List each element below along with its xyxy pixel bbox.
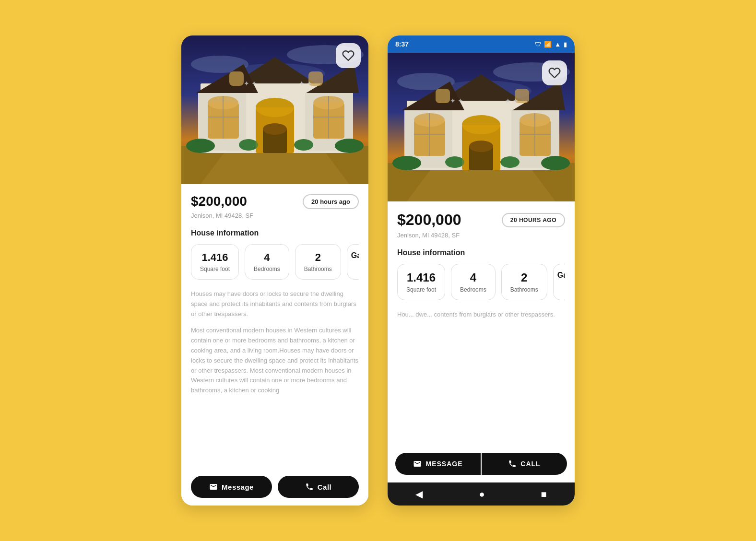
bedrooms-value: 4 <box>264 251 270 264</box>
sqft-value: 1.416 <box>201 251 228 264</box>
battery-icon: ▮ <box>564 41 567 48</box>
message-label-right: MESSAGE <box>425 460 462 468</box>
address-right: Jenison, MI 49428, SF <box>397 232 565 239</box>
garage-card-partial: Ga <box>347 244 359 280</box>
price-row: $200,000 20 hours ago <box>191 194 359 209</box>
garage-partial-text: Ga <box>351 251 359 260</box>
status-time: 8:37 <box>395 40 409 48</box>
svg-rect-35 <box>313 103 344 139</box>
svg-rect-71 <box>414 120 445 156</box>
property-content-right: $200,000 20 HOURS AGO Jenison, MI 49428,… <box>388 201 575 482</box>
info-cards-left: 1.416 Square foot 4 Bedrooms 2 Bathrooms… <box>191 244 359 280</box>
back-nav-icon[interactable]: ◀ <box>415 488 423 500</box>
status-bar: 8:37 🛡 📶 ▲ ▮ <box>388 35 575 53</box>
call-label-right: CALL <box>520 460 540 468</box>
svg-rect-34 <box>208 103 239 139</box>
svg-point-31 <box>335 139 364 153</box>
time-badge-right: 20 HOURS AGO <box>502 213 565 227</box>
status-icons: 🛡 📶 ▲ ▮ <box>535 41 567 48</box>
bedrooms-card: 4 Bedrooms <box>245 244 289 280</box>
property-content-left: $200,000 20 hours ago Jenison, MI 49428,… <box>181 184 368 506</box>
svg-text:✦ ✦: ✦ ✦ <box>299 80 312 87</box>
bathrooms-label: Bathrooms <box>304 266 332 272</box>
time-badge-left: 20 hours ago <box>303 194 359 209</box>
house-image-left: ✦ ✦ ✦ ✦ <box>181 35 368 184</box>
message-icon-right <box>413 459 422 468</box>
bathrooms-value-right: 2 <box>521 271 527 284</box>
svg-point-30 <box>186 139 215 153</box>
svg-text:✦ ✦: ✦ ✦ <box>244 80 257 87</box>
svg-rect-26 <box>229 71 244 86</box>
svg-rect-72 <box>520 120 551 156</box>
right-phone: 8:37 🛡 📶 ▲ ▮ <box>388 35 575 506</box>
call-button-left[interactable]: Call <box>278 476 359 498</box>
message-button-right[interactable]: MESSAGE <box>395 453 481 475</box>
svg-point-69 <box>445 156 464 168</box>
call-icon-right <box>508 459 517 468</box>
svg-point-68 <box>541 156 570 170</box>
svg-point-33 <box>294 139 313 151</box>
sim-icon: 📶 <box>544 41 552 48</box>
bedrooms-label: Bedrooms <box>254 266 280 272</box>
svg-rect-73 <box>462 125 500 170</box>
description-right: Hou... dwe... contents from burglars or … <box>397 310 565 320</box>
price-row-right: $200,000 20 HOURS AGO <box>397 211 565 229</box>
favorite-button[interactable] <box>336 43 361 68</box>
info-cards-right: 1.416 Square foot 4 Bedrooms 2 Bathrooms… <box>397 264 565 300</box>
house-image-right: ✦ ✦ ✦ ✦ <box>388 53 575 201</box>
svg-point-67 <box>392 156 421 170</box>
message-label-left: Message <box>222 483 254 491</box>
description-1-left: Houses may have doors or locks to secure… <box>191 289 359 319</box>
svg-text:✦ ✦: ✦ ✦ <box>450 97 463 105</box>
sqft-label-right: Square foot <box>406 286 436 293</box>
favorite-button-right[interactable] <box>542 60 567 85</box>
section-title-right: House information <box>397 248 565 257</box>
address-left: Jenison, MI 49428, SF <box>191 212 359 219</box>
svg-rect-63 <box>436 89 450 103</box>
wifi-icon: ▲ <box>555 41 561 48</box>
garage-partial-text-right: Ga <box>557 271 565 280</box>
price-left: $200,000 <box>191 194 247 209</box>
call-label-left: Call <box>318 483 332 491</box>
section-title-left: House information <box>191 229 359 237</box>
svg-point-70 <box>500 156 520 168</box>
home-nav-icon[interactable]: ● <box>479 489 484 500</box>
bathrooms-card-right: 2 Bathrooms <box>501 264 547 300</box>
bedrooms-label-right: Bedrooms <box>460 286 486 293</box>
svg-rect-36 <box>256 107 294 153</box>
bathrooms-label-right: Bathrooms <box>510 286 538 293</box>
sqft-card-right: 1.416 Square foot <box>397 264 445 300</box>
svg-text:✦ ✦: ✦ ✦ <box>505 97 519 105</box>
shield-icon: 🛡 <box>535 41 541 48</box>
call-icon-left <box>305 482 314 491</box>
bottom-buttons-right: MESSAGE CALL <box>388 447 575 481</box>
call-button-right[interactable]: CALL <box>482 453 567 475</box>
sqft-value-right: 1.416 <box>407 271 436 284</box>
price-right: $200,000 <box>397 211 461 229</box>
bathrooms-card: 2 Bathrooms <box>295 244 341 280</box>
bathrooms-value: 2 <box>315 251 321 264</box>
description-2-left: Most conventional modern houses in Weste… <box>191 326 359 396</box>
nav-bar: ◀ ● ■ <box>388 482 575 506</box>
bedrooms-value-right: 4 <box>470 271 476 284</box>
message-button-left[interactable]: Message <box>191 476 272 498</box>
message-icon-left <box>209 482 218 491</box>
sqft-label: Square foot <box>200 266 230 272</box>
recent-nav-icon[interactable]: ■ <box>541 489 546 500</box>
bedrooms-card-right: 4 Bedrooms <box>451 264 496 300</box>
bottom-buttons-left: Message Call <box>181 468 368 506</box>
sqft-card: 1.416 Square foot <box>191 244 239 280</box>
garage-card-partial-right: Ga <box>553 264 565 300</box>
svg-point-32 <box>239 139 258 151</box>
left-phone: ✦ ✦ ✦ ✦ $200,000 20 hours ago Jenison, M… <box>181 35 368 506</box>
